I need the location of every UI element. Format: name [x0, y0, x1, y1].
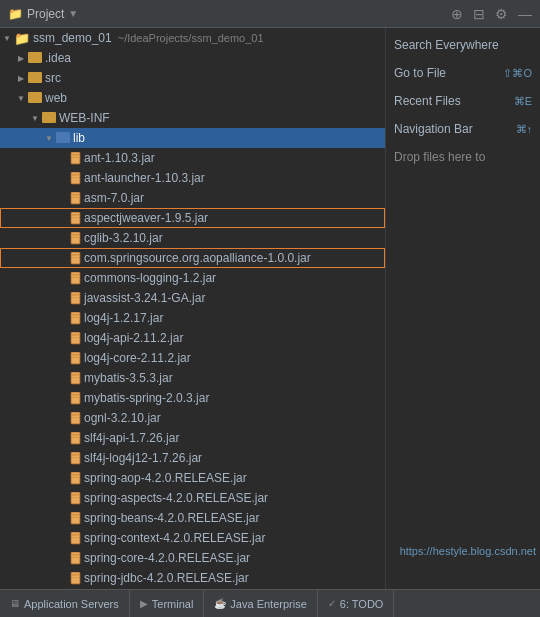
triangle-icon[interactable]: [14, 94, 28, 103]
triangle-icon[interactable]: [0, 34, 14, 43]
drop-files-label: Drop files here to: [394, 150, 532, 164]
jar-icon: [70, 551, 84, 565]
svg-rect-44: [72, 437, 79, 438]
settings-split-icon[interactable]: ⊟: [473, 6, 485, 22]
node-label: web: [45, 91, 67, 105]
node-label: mybatis-spring-2.0.3.jar: [84, 391, 209, 405]
status-bar: 🖥Application Servers▶Terminal☕Java Enter…: [0, 589, 540, 617]
go-to-file-item[interactable]: Go to File ⇧⌘O: [394, 66, 532, 80]
tree-node-web[interactable]: web: [0, 88, 385, 108]
status-item-java-enterprise[interactable]: ☕Java Enterprise: [204, 590, 317, 617]
node-label: commons-logging-1.2.jar: [84, 271, 216, 285]
tree-node-ant-launcher-jar[interactable]: ant-launcher-1.10.3.jar: [0, 168, 385, 188]
tree-node-spring-beans-jar[interactable]: spring-beans-4.2.0.RELEASE.jar: [0, 508, 385, 528]
tree-node-javassist-jar[interactable]: javassist-3.24.1-GA.jar: [0, 288, 385, 308]
svg-rect-2: [72, 157, 79, 158]
tree-node-commons-logging-jar[interactable]: commons-logging-1.2.jar: [0, 268, 385, 288]
title-bar-left: 📁 Project ▼: [8, 7, 78, 21]
node-label: .idea: [45, 51, 71, 65]
tree-node-spring-aspects-jar[interactable]: spring-aspects-4.2.0.RELEASE.jar: [0, 488, 385, 508]
svg-rect-26: [72, 317, 79, 318]
tree-node-spring-core-jar[interactable]: spring-core-4.2.0.RELEASE.jar: [0, 548, 385, 568]
go-to-file-shortcut: ⇧⌘O: [503, 67, 532, 80]
tree-node-slf4j-log4j-jar[interactable]: slf4j-log4j12-1.7.26.jar: [0, 448, 385, 468]
tree-node-cglib-jar[interactable]: cglib-3.2.10.jar: [0, 228, 385, 248]
tree-node-slf4j-api-jar[interactable]: slf4j-api-1.7.26.jar: [0, 428, 385, 448]
search-everywhere-item[interactable]: Search Everywhere: [394, 38, 532, 52]
svg-rect-14: [72, 237, 79, 238]
status-item-todo[interactable]: ✓6: TODO: [318, 590, 395, 617]
tree-node-log4j-jar[interactable]: log4j-1.2.17.jar: [0, 308, 385, 328]
tree-node-asm-jar[interactable]: asm-7.0.jar: [0, 188, 385, 208]
svg-rect-1: [72, 154, 79, 156]
tree-node-src[interactable]: src: [0, 68, 385, 88]
svg-rect-34: [72, 374, 79, 376]
folder-yellow-icon: [28, 71, 45, 85]
folder-blue-icon: [56, 131, 73, 145]
tree-node-mybatis-spring-jar[interactable]: mybatis-spring-2.0.3.jar: [0, 388, 385, 408]
globe-icon[interactable]: ⊕: [451, 6, 463, 22]
jar-icon: [70, 311, 84, 325]
jar-icon: [70, 471, 84, 485]
triangle-icon[interactable]: [28, 114, 42, 123]
svg-rect-38: [72, 397, 79, 398]
svg-rect-65: [72, 577, 79, 578]
svg-rect-13: [72, 234, 79, 236]
triangle-icon[interactable]: [42, 134, 56, 143]
navigation-bar-item[interactable]: Navigation Bar ⌘↑: [394, 122, 532, 136]
title-bar-right: ⊕ ⊟ ⚙ —: [451, 6, 532, 22]
tree-node-ant-jar[interactable]: ant-1.10.3.jar: [0, 148, 385, 168]
tree-node-log4j-core-jar[interactable]: log4j-core-2.11.2.jar: [0, 348, 385, 368]
status-item-terminal[interactable]: ▶Terminal: [130, 590, 205, 617]
node-label: slf4j-api-1.7.26.jar: [84, 431, 179, 445]
server-icon: 🖥: [10, 598, 20, 609]
jar-icon: [70, 371, 84, 385]
jar-icon: [70, 231, 84, 245]
tree-node-spring-test-jar[interactable]: spring-test-4.2.0.RELEASE.jar: [0, 588, 385, 589]
recent-files-item[interactable]: Recent Files ⌘E: [394, 94, 532, 108]
svg-rect-35: [72, 377, 79, 378]
chevron-down-icon[interactable]: ▼: [68, 8, 78, 19]
svg-rect-11: [72, 217, 79, 218]
triangle-icon[interactable]: [14, 74, 28, 83]
gear-icon[interactable]: ⚙: [495, 6, 508, 22]
title-bar: 📁 Project ▼ ⊕ ⊟ ⚙ —: [0, 0, 540, 28]
tree-node-spring-jdbc-jar[interactable]: spring-jdbc-4.2.0.RELEASE.jar: [0, 568, 385, 588]
tree-node-webinf[interactable]: WEB-INF: [0, 108, 385, 128]
svg-rect-22: [72, 294, 79, 296]
svg-rect-61: [72, 554, 79, 556]
jar-icon: [70, 331, 84, 345]
minimize-icon[interactable]: —: [518, 6, 532, 22]
node-label: com.springsource.org.aopalliance-1.0.0.j…: [84, 251, 311, 265]
project-icon: 📁: [8, 7, 23, 21]
tree-node-mybatis-jar[interactable]: mybatis-3.5.3.jar: [0, 368, 385, 388]
tree-node-ognl-jar[interactable]: ognl-3.2.10.jar: [0, 408, 385, 428]
triangle-icon[interactable]: [14, 54, 28, 63]
jar-icon: [70, 531, 84, 545]
tree-node-ssm_demo_01[interactable]: 📁ssm_demo_01~/IdeaProjects/ssm_demo_01: [0, 28, 385, 48]
tree-node-aspectjweaver-jar[interactable]: aspectjweaver-1.9.5.jar: [0, 208, 385, 228]
svg-rect-41: [72, 417, 79, 418]
jar-icon: [70, 571, 84, 585]
folder-yellow-icon: [28, 91, 45, 105]
svg-rect-10: [72, 214, 79, 216]
tree-node-lib[interactable]: lib: [0, 128, 385, 148]
tree-node-spring-aop-jar[interactable]: spring-aop-4.2.0.RELEASE.jar: [0, 468, 385, 488]
svg-rect-37: [72, 394, 79, 396]
jar-icon: [70, 351, 84, 365]
jar-icon: [70, 451, 84, 465]
tree-node-idea[interactable]: .idea: [0, 48, 385, 68]
svg-rect-49: [72, 474, 79, 476]
tree-node-spring-context-jar[interactable]: spring-context-4.2.0.RELEASE.jar: [0, 528, 385, 548]
jar-icon: [70, 291, 84, 305]
status-item-app-servers[interactable]: 🖥Application Servers: [0, 590, 130, 617]
tree-node-com-springsource-jar[interactable]: com.springsource.org.aopalliance-1.0.0.j…: [0, 248, 385, 268]
svg-rect-29: [72, 337, 79, 338]
drop-files-item: Drop files here to: [394, 150, 532, 164]
svg-rect-17: [72, 257, 79, 258]
node-label: src: [45, 71, 61, 85]
right-panel: Search Everywhere Go to File ⇧⌘O Recent …: [385, 28, 540, 589]
csdn-link[interactable]: https://hestyle.blog.csdn.net: [400, 545, 536, 557]
node-label: cglib-3.2.10.jar: [84, 231, 163, 245]
tree-node-log4j-api-jar[interactable]: log4j-api-2.11.2.jar: [0, 328, 385, 348]
